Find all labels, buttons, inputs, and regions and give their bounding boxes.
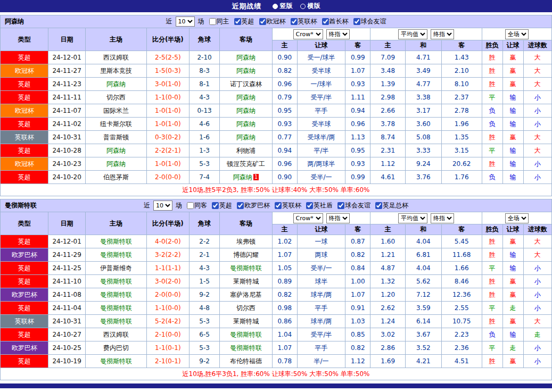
league-filter[interactable]: 酋长杯 xyxy=(322,17,349,26)
league-type-badge: 欧冠杯 xyxy=(1,104,48,118)
away-team[interactable]: 阿森纳 xyxy=(220,118,272,131)
home-team[interactable]: 里斯本竞技 xyxy=(85,64,146,78)
euro-time-select[interactable]: 终指 xyxy=(431,29,454,39)
league-type-badge: 英超 xyxy=(1,51,48,64)
away-team[interactable]: 阿森纳1 xyxy=(220,171,272,184)
asia-handicap: 两/两球半 xyxy=(297,157,345,171)
asia-company-select[interactable]: Crow* xyxy=(293,213,323,223)
euro-home-odds: 8.74 xyxy=(370,131,406,144)
scope-select[interactable]: 全场 xyxy=(505,213,529,223)
away-team[interactable]: 阿森纳 xyxy=(220,64,272,78)
asia-handicap: 受球半/两 xyxy=(297,131,345,144)
away-team[interactable]: 塞萨洛尼基 xyxy=(220,288,272,302)
home-team[interactable]: 曼彻斯特联 xyxy=(85,315,146,328)
away-team[interactable]: 阿森纳 xyxy=(220,51,272,64)
layout-option-unselected[interactable]: 横版 xyxy=(300,2,320,11)
score: 3-0(2-0) xyxy=(146,275,189,288)
league-checkbox[interactable] xyxy=(237,202,244,209)
home-team[interactable]: 费内巴切 xyxy=(85,341,146,355)
home-team[interactable]: 曼彻斯特联 xyxy=(85,235,146,248)
euro-away-odds: 1.43 xyxy=(441,51,482,64)
home-team[interactable]: 切尔西 xyxy=(85,91,146,104)
league-checkbox[interactable] xyxy=(291,18,298,25)
filter-bar: 近10场同主英超欧冠杯英联杯酋长杯球会友谊 xyxy=(166,16,386,27)
layout-option-selected[interactable]: 竖版 xyxy=(273,2,293,11)
league-checkbox[interactable] xyxy=(275,202,282,209)
league-checkbox[interactable] xyxy=(259,18,266,25)
euro-away-odds: 3.15 xyxy=(441,144,482,157)
match-count-select[interactable]: 10 xyxy=(153,201,172,211)
away-team[interactable]: 曼彻斯特联 xyxy=(220,341,272,355)
asia-time-select[interactable]: 终指 xyxy=(326,213,350,223)
home-team[interactable]: 纽卡斯尔联 xyxy=(85,118,146,131)
away-team[interactable]: 诺丁汉森林 xyxy=(220,78,272,91)
home-team[interactable]: 伯恩茅斯 xyxy=(85,171,146,184)
asia-home-odds: 0.79 xyxy=(272,91,297,104)
home-team[interactable]: 西汉姆联 xyxy=(85,328,146,341)
league-filter[interactable]: 欧冠杯 xyxy=(259,17,286,26)
away-team[interactable]: 阿森纳 xyxy=(220,131,272,144)
league-checkbox[interactable] xyxy=(337,202,344,209)
away-team[interactable]: 阿森纳 xyxy=(220,104,272,118)
same-venue-checkbox[interactable] xyxy=(209,18,216,25)
away-team[interactable]: 顿涅茨克矿工 xyxy=(220,157,272,171)
euro-company-select[interactable]: 平均值 xyxy=(398,213,427,223)
away-team[interactable]: 曼彻斯特联 xyxy=(220,262,272,275)
league-filter[interactable]: 球会友谊 xyxy=(337,201,370,210)
asia-away-odds: 1.03 xyxy=(345,315,370,328)
home-team[interactable]: 曼彻斯特联 xyxy=(85,288,146,302)
asia-company-select[interactable]: Crow* xyxy=(293,29,323,39)
home-team[interactable]: 曼彻斯特联 xyxy=(85,275,146,288)
euro-home-odds: 2.86 xyxy=(370,341,406,355)
home-team[interactable]: 伊普斯维奇 xyxy=(85,262,146,275)
away-team[interactable]: 埃弗顿 xyxy=(220,235,272,248)
league-filter[interactable]: 英社盾 xyxy=(306,201,333,210)
home-team[interactable]: 曼彻斯特联 xyxy=(85,355,146,368)
league-filter[interactable]: 英足总杯 xyxy=(375,201,408,210)
league-filter[interactable]: 英联杯 xyxy=(275,201,301,210)
away-team[interactable]: 莱斯特城 xyxy=(220,275,272,288)
league-checkbox[interactable] xyxy=(322,18,329,25)
away-team[interactable]: 莱斯特城 xyxy=(220,315,272,328)
league-filter[interactable]: 英超 xyxy=(212,201,232,210)
away-team[interactable]: 切尔西 xyxy=(220,302,272,315)
home-team[interactable]: 阿森纳 xyxy=(85,144,146,157)
asia-time-select[interactable]: 终指 xyxy=(326,29,350,39)
league-checkbox[interactable] xyxy=(353,18,360,25)
sub-column-header: 让球 xyxy=(502,40,523,51)
home-team[interactable]: 曼彻斯特联 xyxy=(85,302,146,315)
match-count-select[interactable]: 10 xyxy=(176,16,195,27)
away-team[interactable]: 布伦特福德 xyxy=(220,355,272,368)
same-venue-filter[interactable]: 同客 xyxy=(187,201,207,210)
league-type-badge: 欧冠杯 xyxy=(1,157,48,171)
league-filter[interactable]: 球会友谊 xyxy=(353,17,386,26)
scope-select[interactable]: 全场 xyxy=(505,29,529,39)
league-filter[interactable]: 欧罗巴杯 xyxy=(237,201,270,210)
home-team[interactable]: 阿森纳 xyxy=(85,157,146,171)
home-team[interactable]: 普雷斯顿 xyxy=(85,131,146,144)
home-team[interactable]: 阿森纳 xyxy=(85,78,146,91)
league-checkbox[interactable] xyxy=(212,202,219,209)
away-team[interactable]: 曼彻斯特联 xyxy=(220,328,272,341)
league-checkbox[interactable] xyxy=(375,202,382,209)
asia-handicap: 平/半 xyxy=(297,144,345,157)
away-team[interactable]: 博德闪耀 xyxy=(220,248,272,262)
away-team[interactable]: 利物浦 xyxy=(220,144,272,157)
result-goals: 走 xyxy=(523,328,551,341)
league-checkbox[interactable] xyxy=(306,202,313,209)
away-team[interactable]: 阿森纳 xyxy=(220,91,272,104)
euro-company-select[interactable]: 平均值 xyxy=(398,29,427,39)
home-team[interactable]: 西汉姆联 xyxy=(85,51,146,64)
same-venue-filter[interactable]: 同主 xyxy=(209,17,229,26)
home-team[interactable]: 国际米兰 xyxy=(85,104,146,118)
league-filter[interactable]: 英超 xyxy=(234,17,254,26)
same-venue-checkbox[interactable] xyxy=(187,202,194,209)
result-handicap: 赢 xyxy=(502,235,523,248)
result-goals: 小 xyxy=(523,262,551,275)
euro-away-odds: 2.55 xyxy=(441,302,482,315)
euro-time-select[interactable]: 终指 xyxy=(431,213,454,223)
league-checkbox[interactable] xyxy=(234,18,241,25)
home-team[interactable]: 曼彻斯特联 xyxy=(85,248,146,262)
result-outcome: 胜 xyxy=(482,248,502,262)
league-filter[interactable]: 英联杯 xyxy=(291,17,317,26)
